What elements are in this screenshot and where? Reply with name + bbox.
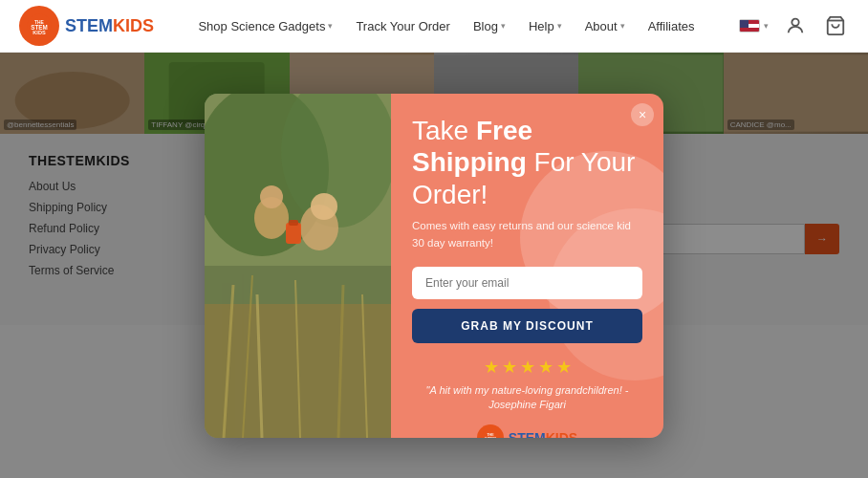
popup-email-input[interactable] (412, 267, 642, 299)
popup-star-rating: ★ ★ ★ ★ ★ (412, 357, 642, 378)
popup-cta-button[interactable]: GRAB MY DISCOUNT (412, 309, 642, 343)
svg-rect-33 (289, 220, 298, 226)
chevron-down-icon: ▾ (620, 21, 625, 31)
modal-overlay[interactable]: × Take Free Shipping For Your Order! Com… (0, 53, 868, 478)
logo-icon: THE STEM KIDS (19, 6, 59, 46)
chevron-down-icon: ▾ (764, 21, 769, 31)
star-3: ★ (520, 357, 535, 378)
nav-help[interactable]: Help ▾ (529, 19, 562, 33)
svg-text:KIDS: KIDS (33, 30, 46, 35)
popup-logo-brand: THE STEM KIDS STEM KIDS (477, 424, 577, 438)
nav-about[interactable]: About ▾ (585, 19, 625, 33)
headline-order: Order! (412, 180, 488, 209)
headline-for-your: For Your (534, 147, 636, 177)
star-2: ★ (502, 357, 517, 378)
popup-testimonial: "A hit with my nature-loving grandchildr… (412, 383, 642, 413)
header: THE STEM KIDS STEM KIDS Shop Science Gad… (0, 0, 868, 53)
chevron-down-icon: ▾ (328, 21, 333, 31)
logo-stem-text: STEM (65, 17, 113, 34)
popup-close-button[interactable]: × (631, 103, 654, 126)
svg-rect-32 (286, 223, 301, 244)
popup-logo: THE STEM KIDS STEM KIDS (412, 424, 642, 438)
header-actions: ▾ (739, 12, 849, 39)
logo-kids-text: KIDS (113, 17, 154, 34)
svg-point-31 (311, 193, 337, 220)
popup-content-panel: × Take Free Shipping For Your Order! Com… (391, 94, 663, 438)
headline-shipping: Shipping (412, 147, 534, 177)
language-selector[interactable]: ▾ (739, 19, 769, 33)
nav-blog[interactable]: Blog ▾ (473, 19, 506, 33)
headline-take: Take (412, 116, 476, 145)
svg-point-29 (260, 185, 283, 208)
logo-text: STEM KIDS (65, 17, 154, 34)
nav-affiliates[interactable]: Affiliates (648, 19, 695, 33)
logo[interactable]: THE STEM KIDS STEM KIDS (19, 6, 154, 46)
svg-text:STEM: STEM (485, 436, 496, 438)
popup-logo-text: STEM KIDS (509, 430, 577, 438)
nav-shop-gadgets[interactable]: Shop Science Gadgets ▾ (198, 19, 333, 33)
popup-subtitle: Comes with easy returns and our science … (412, 218, 642, 251)
chevron-down-icon: ▾ (501, 21, 506, 31)
main-content: @bennettessentials TIFFANY @cirqueduse=s… (0, 53, 868, 478)
star-5: ★ (556, 357, 572, 378)
nav-track-order[interactable]: Track Your Order (356, 19, 450, 33)
popup-modal: × Take Free Shipping For Your Order! Com… (205, 94, 663, 438)
svg-point-4 (792, 19, 798, 26)
star-4: ★ (538, 357, 553, 378)
user-account-icon[interactable] (782, 12, 809, 39)
popup-logo-icon: THE STEM KIDS (477, 424, 504, 438)
popup-image-panel (205, 94, 391, 438)
us-flag-icon (739, 19, 760, 33)
main-nav: Shop Science Gadgets ▾ Track Your Order … (198, 19, 694, 33)
star-1: ★ (484, 357, 499, 378)
headline-free: Free (476, 116, 532, 145)
chevron-down-icon: ▾ (557, 21, 562, 31)
popup-headline: Take Free Shipping For Your Order! (412, 115, 642, 211)
cart-icon[interactable] (822, 12, 849, 39)
